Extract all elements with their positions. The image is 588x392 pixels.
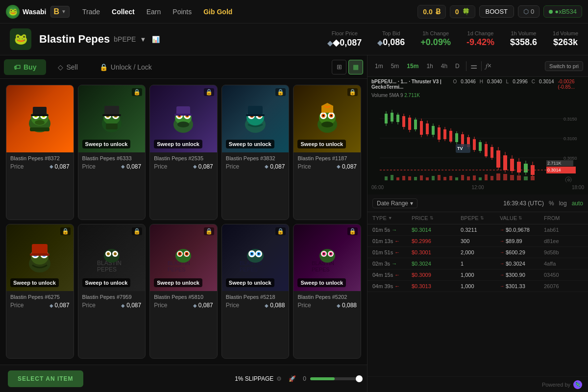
svg-rect-180: [517, 175, 521, 180]
wallet-address-pill[interactable]: ●xB534: [543, 5, 582, 18]
time-4h[interactable]: 4h: [439, 62, 450, 71]
boost-button[interactable]: BOOST: [479, 5, 514, 18]
chart-controls: Switch to pri: [545, 61, 583, 71]
gear-settings-icon[interactable]: ⚙: [276, 375, 282, 382]
chart-volume-label: Volume 5MA 9 2.711K: [368, 92, 588, 99]
price-value-8372: ◆0,087: [49, 163, 70, 170]
volume-1d-label: 1d Volume: [553, 30, 578, 36]
nft-card-5218[interactable]: BLASTIN PEPES 🔒 Sweep to unlock: [221, 224, 290, 359]
tab-unlock[interactable]: 🔒 Unlock / Lock: [90, 59, 162, 75]
volume-text: Volume: [371, 93, 389, 98]
sma-value: 2.711K: [404, 93, 420, 98]
time-1m[interactable]: 1m: [372, 62, 386, 71]
header-type[interactable]: TYPE ▼: [372, 215, 412, 221]
tab-buy[interactable]: 🏷 Buy: [4, 59, 46, 75]
nft-image-6333: 🔒 Sweep to unlock: [78, 85, 146, 152]
nft-card-1187[interactable]: 🔒 Sweep to unlock Blastin Pepes #1187 Pr…: [293, 85, 361, 220]
time-1h[interactable]: 1h: [424, 62, 435, 71]
nav-collect[interactable]: Collect: [107, 5, 140, 19]
nft-card-2535[interactable]: 🔒 Sweep to unlock Blastin Pepes #2535 Pr…: [149, 85, 218, 220]
svg-text:PEPES: PEPES: [312, 267, 330, 272]
compact-view-button[interactable]: ▦: [348, 60, 363, 74]
rocket-icon[interactable]: 🚀: [289, 375, 296, 382]
log-toggle[interactable]: log: [559, 200, 567, 207]
nft-name-5202: Blastin Pepes #5202: [294, 291, 361, 301]
chart-info-bar: bPEPE/U... · 1... · Thruster V3 | GeckoT…: [368, 77, 588, 92]
slider-track[interactable]: [310, 377, 359, 380]
change-1d-label: 1d Change: [466, 30, 494, 36]
nft-name-5810: Blastin Pepes #5810: [150, 291, 217, 301]
svg-rect-168: [443, 177, 446, 180]
svg-rect-21: [102, 114, 121, 116]
date-range-button[interactable]: Date Range ▾: [372, 198, 417, 208]
nav-gib-gold[interactable]: Gib Gold: [198, 5, 237, 19]
lock-icon-2535: 🔒: [204, 88, 214, 96]
divider2: [481, 61, 482, 71]
nft-card-6275[interactable]: 🔒 Sweep to unlock Blastin Pepes #6275 Pr…: [6, 224, 74, 359]
header-from[interactable]: FROM: [544, 215, 583, 221]
volume-1h-stat: 1h Volume $358.6: [510, 30, 537, 48]
nft-card-6333[interactable]: 🔒 Sweep to unlock Blastin Pepes #6333 Pr…: [78, 85, 146, 220]
header-bpepe[interactable]: BPEPE ⇅: [461, 215, 500, 221]
trade-arrow-val-5: →: [500, 272, 504, 277]
tab-sell[interactable]: ◇ Sell: [48, 59, 87, 75]
chart-toggle-icon[interactable]: 📊: [152, 36, 160, 43]
indicator-icon[interactable]: 𝑓×: [486, 62, 491, 70]
nft-card-5810[interactable]: BLASTIN PEPES 🔒 Sweep to unlock: [149, 224, 218, 359]
svg-point-68: [107, 252, 110, 255]
collection-dropdown-icon[interactable]: ▼: [140, 36, 146, 43]
svg-point-52: [321, 122, 333, 127]
nft-card-5202[interactable]: BLASTIN PEPES 🔒 Sweep to unlock: [293, 224, 361, 359]
slider-fill: [310, 377, 335, 380]
nft-card-7959[interactable]: BLASTIN PEPES 🔒 Sweep to unlock Blastin …: [78, 224, 146, 359]
svg-text:0.3050: 0.3050: [564, 156, 577, 161]
candle-type-icon[interactable]: ⚌: [470, 61, 477, 71]
header-price[interactable]: PRICE ⇅: [412, 215, 461, 221]
auto-toggle[interactable]: auto: [572, 200, 583, 207]
sell-tag-icon: ◇: [58, 63, 63, 71]
slider-thumb[interactable]: [356, 375, 363, 382]
svg-point-95: [323, 253, 325, 255]
trade-price-3: $0.3001: [412, 249, 461, 255]
frog-art-8372: [20, 99, 59, 138]
floor-price-label: Floor Price: [327, 30, 362, 36]
collection-name: Blastin Pepes: [39, 33, 110, 46]
price-label-8372: Price: [10, 163, 24, 170]
nav-trade[interactable]: Trade: [77, 5, 105, 19]
lock-icon-7959: 🔒: [132, 227, 142, 235]
logo[interactable]: 🐸 Wasabi: [6, 5, 47, 19]
brand-badge[interactable]: B ▼: [50, 6, 70, 18]
header-value[interactable]: VALUE ⇅: [500, 215, 544, 221]
nft-card-8372[interactable]: Blastin Pepes #8372 Price ◆0,087: [6, 85, 74, 220]
nav-earn[interactable]: Earn: [142, 5, 166, 19]
time-d[interactable]: D: [453, 62, 462, 71]
nft-name-3832: Blastin Pepes #3832: [222, 152, 289, 162]
trade-bpepe-5: 1,000: [461, 272, 500, 278]
nft-price-1187: Price ◆0,087: [294, 162, 361, 174]
nft-card-3832[interactable]: 🔒 Sweep to unlock Blastin Pepes #3832 Pr…: [221, 85, 290, 220]
time-5m[interactable]: 5m: [389, 62, 402, 71]
chart-low-value: 0.2996: [513, 79, 528, 90]
frog-art-5202: BLASTIN PEPES: [308, 238, 347, 277]
select-item-button[interactable]: SELECT AN ITEM: [8, 370, 83, 387]
change-1d-value: -9.42%: [466, 37, 494, 48]
trade-price-5: $0.3009: [412, 272, 461, 278]
trade-time-4: 02m 3s →: [372, 261, 412, 267]
trade-row-2: 01m 13s ← $0.2996 300 → $89.89 d81ee: [368, 236, 588, 247]
nft-name-2535: Blastin Pepes #2535: [150, 152, 217, 162]
svg-rect-169: [449, 176, 452, 180]
nft-name-5218: Blastin Pepes #5218: [222, 291, 289, 301]
nav-points[interactable]: Points: [168, 5, 196, 19]
nft-grid: Blastin Pepes #8372 Price ◆0,087: [0, 79, 367, 365]
percent-toggle[interactable]: %: [549, 200, 554, 207]
date-bar: Date Range ▾ 16:39:43 (UTC) % log auto: [368, 195, 588, 212]
right-panel: 1m 5m 15m 1h 4h D ⚌ 𝑓× Switch to pri bPE…: [368, 55, 588, 392]
time-15m[interactable]: 15m: [404, 62, 421, 71]
chart-high-value: 0.3040: [487, 79, 502, 90]
nft-image-3832: 🔒 Sweep to unlock: [222, 85, 289, 152]
svg-rect-174: [479, 177, 482, 180]
switch-to-primary[interactable]: Switch to pri: [545, 61, 583, 71]
trade-price-4: $0.3024: [412, 261, 461, 267]
grid-view-button[interactable]: ⊞: [332, 60, 346, 74]
bottom-bar: SELECT AN ITEM 1% SLIPPAGE ⚙ 🚀 0: [0, 365, 367, 392]
